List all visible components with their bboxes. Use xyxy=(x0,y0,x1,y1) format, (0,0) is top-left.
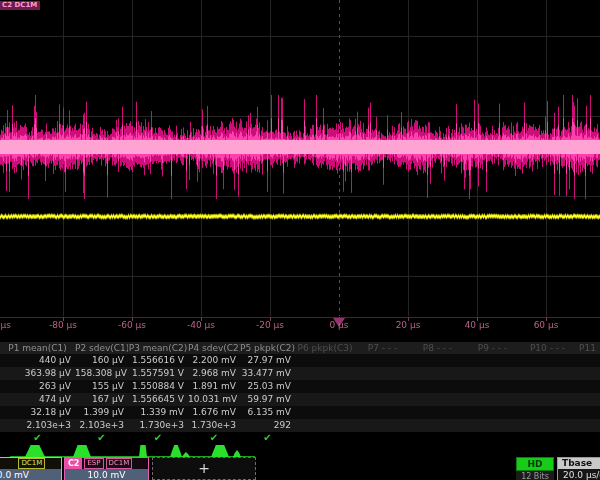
timebase-label: Tbase xyxy=(558,458,600,469)
measurement-cell xyxy=(575,393,600,406)
measurement-param-header[interactable]: P6 pkpk(C3) xyxy=(295,342,355,354)
measurement-cell: 363.98 µV xyxy=(0,367,75,380)
measurement-param-header[interactable]: P7 - - - xyxy=(355,342,410,354)
measurement-cell xyxy=(410,393,465,406)
hd-mode-indicator[interactable]: HD 12 Bits xyxy=(516,457,554,480)
c2-channel-tag: C2 xyxy=(65,458,82,469)
measurement-cell: 33.477 mV xyxy=(240,367,295,380)
measurement-cell: 32.18 µV xyxy=(0,406,75,419)
measurement-cell xyxy=(520,367,575,380)
measurement-cell: 1.399 µV xyxy=(75,406,128,419)
measurement-cell xyxy=(410,367,465,380)
measurement-cell xyxy=(465,406,520,419)
measurement-cell: 59.97 mV xyxy=(240,393,295,406)
measurement-cell xyxy=(520,406,575,419)
measurement-cell xyxy=(355,367,410,380)
c2-descriptor-box[interactable]: C2 ESP DC1M 10.0 mV xyxy=(64,457,149,480)
measurement-cell xyxy=(575,354,600,367)
measurement-cell xyxy=(465,354,520,367)
measurement-param-header[interactable]: P4 sdev(C2) xyxy=(188,342,240,354)
measurement-table: P1 mean(C1)P2 sdev(C1)P3 mean(C2)P4 sdev… xyxy=(0,342,600,445)
hd-bits-label: 12 Bits xyxy=(516,471,554,480)
measurement-cell: 167 µV xyxy=(75,393,128,406)
measurement-cell xyxy=(465,380,520,393)
measurement-cell xyxy=(520,380,575,393)
c1-descriptor-box[interactable]: C1 DC1M 10.0 mV xyxy=(0,457,62,480)
c2-trace-annotation: C2 DC1M xyxy=(0,1,40,10)
measurement-cell xyxy=(520,393,575,406)
c2-coupling-badge: DC1M xyxy=(106,458,133,469)
measurement-cell xyxy=(295,406,355,419)
measurement-cell: 155 µV xyxy=(75,380,128,393)
axis-tick-label: -60 µs xyxy=(118,320,146,330)
measurement-cell xyxy=(295,393,355,406)
measurement-param-header[interactable]: P10 - - - xyxy=(520,342,575,354)
measurement-status-check-icon: ✔ xyxy=(188,432,240,445)
measurement-cell: 1.730e+3 xyxy=(188,419,240,432)
measurement-status-check-icon: ✔ xyxy=(75,432,128,445)
measurement-cell xyxy=(520,419,575,432)
measurement-cell xyxy=(465,419,520,432)
measurement-cell: 2.968 mV xyxy=(188,367,240,380)
measurement-param-header[interactable]: P9 - - - xyxy=(465,342,520,354)
measurement-cell xyxy=(355,380,410,393)
axis-tick-label: 20 µs xyxy=(396,320,421,330)
measurement-status-check-icon: ✔ xyxy=(0,432,75,445)
c2-esp-badge: ESP xyxy=(84,458,103,469)
timebase-descriptor-box[interactable]: Tbase 20.0 µs/div xyxy=(557,457,600,480)
measurement-cell xyxy=(575,367,600,380)
measurement-cell: 1.891 mV xyxy=(188,380,240,393)
measurement-cell: 1.556645 V xyxy=(128,393,188,406)
measurement-param-header[interactable]: P8 - - - xyxy=(410,342,465,354)
measurement-cell xyxy=(575,380,600,393)
measurement-param-header[interactable]: P1 mean(C1) xyxy=(0,342,75,354)
measurement-param-header[interactable]: P11 xyxy=(575,342,600,354)
measurement-cell xyxy=(575,419,600,432)
measurement-cell: 10.031 mV xyxy=(188,393,240,406)
axis-tick-label: 60 µs xyxy=(534,320,559,330)
measurement-cell: 2.103e+3 xyxy=(0,419,75,432)
axis-tick-label: -100 µs xyxy=(0,320,11,330)
measurement-cell: 160 µV xyxy=(75,354,128,367)
measurement-cell: 263 µV xyxy=(0,380,75,393)
measurement-cell xyxy=(295,380,355,393)
measurement-cell xyxy=(520,354,575,367)
measurement-cell: 440 µV xyxy=(0,354,75,367)
measurement-cell: 2.200 mV xyxy=(188,354,240,367)
measurement-cell: 1.730e+3 xyxy=(128,419,188,432)
measurement-cell: 1.556616 V xyxy=(128,354,188,367)
measurement-cell xyxy=(410,354,465,367)
measurement-cell: 292 xyxy=(240,419,295,432)
c2-vdiv-value: 10.0 mV xyxy=(65,469,148,480)
measurement-cell xyxy=(355,393,410,406)
measurement-param-header[interactable]: P3 mean(C2) xyxy=(128,342,188,354)
measurement-cell: 158.308 µV xyxy=(75,367,128,380)
measurement-cell xyxy=(465,393,520,406)
measurement-cell: 25.03 mV xyxy=(240,380,295,393)
measurement-cell xyxy=(410,380,465,393)
c1-coupling-badge: DC1M xyxy=(18,458,45,469)
measurement-param-header[interactable]: P2 sdev(C1) xyxy=(75,342,128,354)
measurement-cell xyxy=(410,419,465,432)
measurement-cell xyxy=(575,406,600,419)
measurement-cell xyxy=(465,367,520,380)
measurement-cell: 1.550884 V xyxy=(128,380,188,393)
measurement-cell: 1.676 mV xyxy=(188,406,240,419)
measurement-cell xyxy=(410,406,465,419)
measurement-cell: 1.339 mV xyxy=(128,406,188,419)
c1-descriptor-header: C1 DC1M xyxy=(0,458,61,469)
measurement-status-check-icon: ✔ xyxy=(128,432,188,445)
timebase-value: 20.0 µs/div xyxy=(558,469,600,480)
c1-vdiv-value: 10.0 mV xyxy=(0,469,61,480)
measurement-cell xyxy=(355,406,410,419)
axis-tick-label: -80 µs xyxy=(49,320,77,330)
axis-tick-label: -20 µs xyxy=(256,320,284,330)
add-trace-button[interactable]: + xyxy=(152,457,256,480)
measurement-cell: 474 µV xyxy=(0,393,75,406)
measurement-cell: 27.97 mV xyxy=(240,354,295,367)
axis-tick-label: 40 µs xyxy=(465,320,490,330)
oscilloscope-screen: C2 DC1M -100 µs-80 µs-60 µs-40 µs-20 µs0… xyxy=(0,0,600,480)
axis-tick-label: 0 µs xyxy=(329,320,348,330)
measurement-cell xyxy=(295,354,355,367)
measurement-param-header[interactable]: P5 pkpk(C2) xyxy=(240,342,295,354)
